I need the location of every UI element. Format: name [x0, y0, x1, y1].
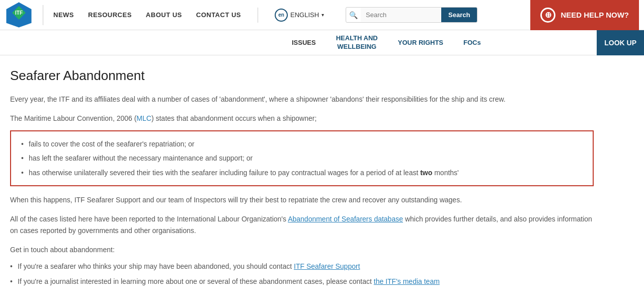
contact-seafarer-text-before: If you're a seafarer who thinks your shi… [18, 262, 292, 270]
look-up-label: LOOK UP [604, 39, 636, 47]
sec-nav-issues[interactable]: ISSUES [292, 39, 316, 46]
itf-logo-icon: ITF [5, 1, 33, 29]
nav-about-us[interactable]: ABOUT US [146, 11, 182, 19]
abandonment-criteria-list: fails to cover the cost of the seafarer'… [10, 130, 594, 186]
lang-code: en [275, 9, 288, 22]
bullet-item-3: has otherwise unilaterally severed their… [21, 167, 583, 178]
bullet-item-2: has left the seafarer without the necess… [21, 153, 583, 164]
look-up-button[interactable]: LOOK UP [597, 30, 644, 55]
ilo-database-link[interactable]: Abandonment of Seafarers database [288, 215, 403, 223]
search-icon: 🔍 [346, 11, 361, 19]
search-bar: 🔍 Search [346, 7, 477, 23]
bullet-item-1: fails to cover the cost of the seafarer'… [21, 138, 583, 149]
after-bullet-text: When this happens, ITF Seafarer Support … [10, 194, 594, 205]
help-icon: ⊕ [540, 8, 555, 23]
help-label: NEED HELP NOW? [560, 11, 629, 19]
itf-media-team-link[interactable]: the ITF's media team [374, 277, 440, 285]
bullet-3-text-before: has otherwise unilaterally severed their… [29, 169, 420, 177]
contact-journalist-text-before: If you're a journalist interested in lea… [18, 277, 372, 285]
main-nav: NEWS RESOURCES ABOUT US CONTACT US en EN… [53, 7, 523, 23]
language-selector[interactable]: en ENGLISH ▾ [275, 9, 324, 22]
itf-seafarer-support-link[interactable]: ITF Seafarer Support [294, 262, 360, 270]
need-help-button[interactable]: ⊕ NEED HELP NOW? [530, 0, 639, 30]
contact-seafarer: If you're a seafarer who thinks your shi… [10, 261, 594, 272]
health-wellbeing-line1: HEALTH AND [336, 34, 378, 42]
page-title: Seafarer Abandonment [10, 68, 594, 84]
ilo-paragraph: All of the cases listed here have been r… [10, 213, 594, 236]
health-wellbeing-line2: WELLBEING [337, 43, 376, 50]
sec-nav-your-rights[interactable]: YOUR RIGHTS [398, 39, 443, 46]
sec-nav-health-wellbeing[interactable]: HEALTH AND WELLBEING [336, 34, 378, 51]
mlc-paragraph: The Maritime Labour Convention, 2006 (ML… [10, 113, 594, 124]
main-content: Seafarer Abandonment Every year, the ITF… [0, 55, 604, 302]
nav-resources[interactable]: RESOURCES [88, 11, 132, 19]
mlc-link[interactable]: MLC [136, 114, 151, 122]
mlc-text-part1: The Maritime Labour Convention, 2006 ( [10, 114, 136, 122]
chevron-down-icon: ▾ [321, 12, 324, 18]
nav-news[interactable]: NEWS [53, 11, 74, 19]
contact-journalist: If you're a journalist interested in lea… [10, 276, 594, 287]
secondary-nav: ISSUES HEALTH AND WELLBEING YOUR RIGHTS … [0, 30, 644, 55]
get-in-touch-label: Get in touch about abandonment: [10, 244, 594, 255]
search-button[interactable]: Search [441, 8, 477, 22]
svg-text:ITF: ITF [15, 10, 23, 16]
logo[interactable]: ITF [5, 1, 33, 29]
ilo-text-before: All of the cases listed here have been r… [10, 215, 286, 223]
header: ITF NEWS RESOURCES ABOUT US CONTACT US e… [0, 0, 644, 30]
nav-divider-left [43, 5, 43, 25]
contact-list: If you're a seafarer who thinks your shi… [10, 261, 594, 287]
search-input[interactable] [361, 8, 441, 22]
bullet-3-bold-word: two [420, 169, 432, 177]
sec-nav-focs[interactable]: FOCs [463, 39, 481, 46]
lang-label: ENGLISH [290, 11, 319, 19]
intro-paragraph: Every year, the ITF and its affiliates d… [10, 94, 594, 105]
bullet-3-text-after: months' [432, 169, 458, 177]
nav-separator [258, 8, 258, 23]
nav-contact-us[interactable]: CONTACT US [196, 11, 241, 19]
mlc-text-part2: ) states that abandonment occurs when a … [151, 114, 316, 122]
